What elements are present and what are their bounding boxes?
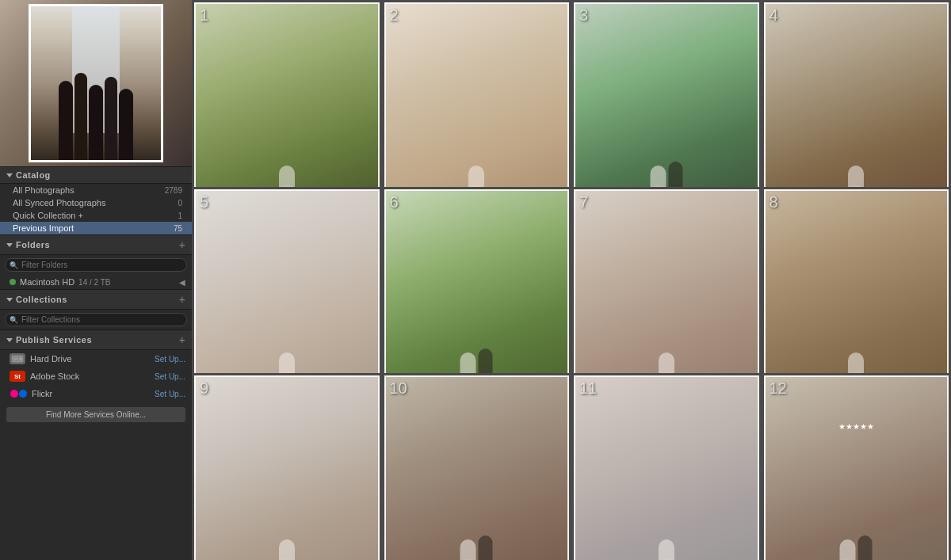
photo-number-8: 8: [770, 193, 778, 211]
catalog-item-previous-import[interactable]: Previous Import 75: [0, 222, 192, 234]
publish-item-adobe-stock[interactable]: St Adobe Stock Set Up...: [0, 368, 192, 385]
photo-number-1: 1: [200, 6, 208, 25]
folder-item-macintosh-hd[interactable]: Macintosh HD 14 / 2 TB ◀: [0, 275, 192, 289]
preview-panel: [0, 0, 192, 166]
collections-filter-row: 🔍: [0, 310, 192, 330]
photo-number-6: 6: [390, 193, 399, 211]
catalog-collapse-icon: [6, 173, 13, 177]
disk-status-icon: [10, 279, 16, 285]
collections-title: Collections: [16, 295, 67, 304]
photo-cell-12[interactable]: 12: [762, 373, 952, 560]
photo-number-11: 11: [579, 379, 597, 398]
collections-filter-input[interactable]: [5, 313, 187, 326]
photo-number-5: 5: [200, 193, 208, 211]
photo-number-7: 7: [579, 193, 588, 211]
publish-services-section-header[interactable]: Publish Services +: [0, 330, 192, 350]
adobe-stock-icon: St: [10, 371, 25, 382]
folders-add-button[interactable]: +: [179, 238, 185, 251]
adobe-stock-setup-button[interactable]: Set Up...: [155, 372, 185, 381]
publish-services-add-button[interactable]: +: [179, 333, 185, 346]
publish-item-flickr[interactable]: Flickr Set Up...: [0, 385, 192, 402]
photo-number-9: 9: [200, 379, 208, 398]
photo-grid: 12345678★★★★★9101112: [192, 0, 951, 560]
catalog-title: Catalog: [16, 170, 51, 180]
main-content: 12345678★★★★★9101112: [192, 0, 951, 560]
catalog-item-all-photos[interactable]: All Photographs 2789: [0, 184, 192, 196]
catalog-item-synced-photos[interactable]: All Synced Photographs 0: [0, 196, 192, 209]
collections-section-header[interactable]: Collections +: [0, 289, 192, 310]
folders-search-icon: 🔍: [10, 261, 18, 269]
preview-image: [0, 0, 192, 166]
folders-filter-row: 🔍: [0, 255, 192, 275]
photo-cell-10[interactable]: 10: [382, 373, 572, 560]
collections-add-button[interactable]: +: [179, 293, 185, 306]
photo-number-10: 10: [390, 379, 407, 398]
collections-search-icon: 🔍: [10, 316, 18, 324]
photo-number-3: 3: [579, 6, 588, 25]
catalog-items-list: All Photographs 2789 All Synced Photogra…: [0, 184, 192, 234]
folder-expand-icon: ◀: [179, 278, 185, 287]
collections-collapse-icon: [6, 298, 13, 302]
folders-filter-input[interactable]: [5, 258, 187, 272]
sidebar-scroll-content: Catalog All Photographs 2789 All Synced …: [0, 166, 192, 560]
folders-collapse-icon: [6, 243, 13, 247]
publish-item-hard-drive[interactable]: Hard Drive Set Up...: [0, 350, 192, 368]
photo-stars-8: ★★★★★: [838, 422, 874, 431]
svg-point-1: [20, 358, 22, 360]
folders-section-header[interactable]: Folders +: [0, 234, 192, 255]
publish-services-title: Publish Services: [16, 335, 92, 345]
flickr-setup-button[interactable]: Set Up...: [155, 390, 185, 398]
catalog-item-quick-collection[interactable]: Quick Collection + 1: [0, 209, 192, 222]
photo-number-2: 2: [390, 6, 399, 25]
publish-services-collapse-icon: [6, 338, 13, 342]
sidebar: Catalog All Photographs 2789 All Synced …: [0, 0, 192, 560]
hard-drive-icon: [10, 353, 25, 364]
catalog-section-header[interactable]: Catalog: [0, 166, 192, 184]
photo-cell-11[interactable]: 11: [571, 373, 762, 560]
photo-number-4: 4: [770, 6, 778, 25]
flickr-icon: [10, 388, 27, 399]
find-more-services-button[interactable]: Find More Services Online...: [6, 407, 185, 422]
hard-drive-setup-button[interactable]: Set Up...: [155, 355, 185, 364]
photo-number-12: 12: [770, 379, 787, 398]
photo-cell-9[interactable]: 9: [192, 373, 382, 560]
folders-title: Folders: [16, 240, 50, 250]
